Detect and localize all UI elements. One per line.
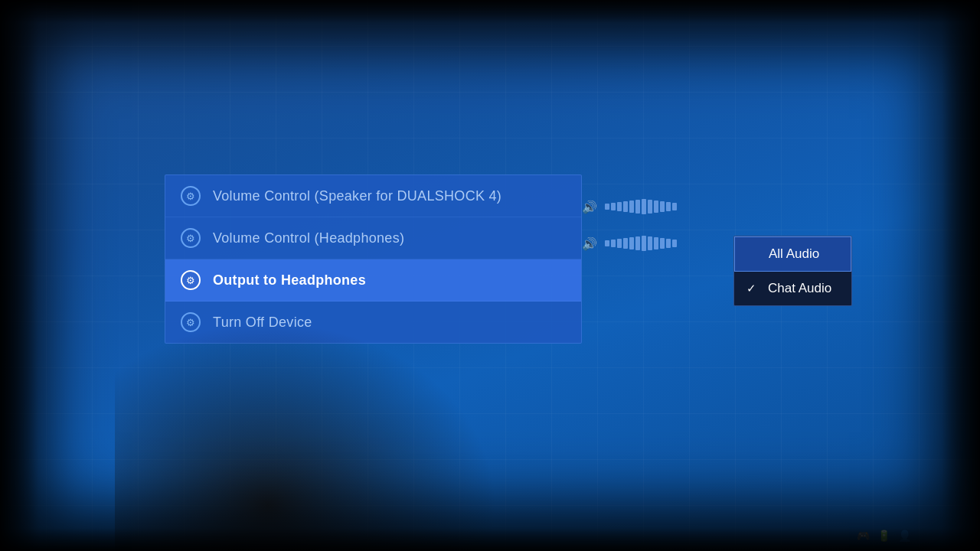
submenu-item-all-audio[interactable]: All Audio xyxy=(734,236,851,272)
vol-bar xyxy=(617,239,622,248)
speaker-icon-2: 🔊 xyxy=(582,236,597,251)
vol-bar xyxy=(672,203,677,210)
vol-bar xyxy=(666,239,671,248)
vol-bar xyxy=(605,240,609,246)
speaker-icon-1: 🔊 xyxy=(582,200,597,214)
user-icon: 👤 xyxy=(898,530,911,542)
vol-bar xyxy=(629,237,634,249)
submenu-item-chat-audio[interactable]: ✓ Chat Audio xyxy=(734,272,851,305)
vol-bar xyxy=(660,238,665,249)
wrench-icon-3: ⚙ xyxy=(181,270,201,290)
vol-bar xyxy=(635,236,640,250)
menu-item-volume-headphones[interactable]: ⚙ Volume Control (Headphones) xyxy=(165,217,581,259)
vol-bar xyxy=(642,199,646,214)
chat-audio-label: Chat Audio xyxy=(768,281,831,296)
wrench-icon-4: ⚙ xyxy=(181,312,201,332)
vol-bar xyxy=(654,201,658,213)
vol-bar xyxy=(654,237,658,249)
vol-bar xyxy=(672,240,677,247)
all-audio-label: All Audio xyxy=(769,246,819,262)
volume-speaker-label: Volume Control (Speaker for DUALSHOCK 4) xyxy=(213,188,501,204)
speaker-volume-row[interactable]: 🔊 xyxy=(582,199,677,214)
status-bar: 🎮 🔋 👤 xyxy=(0,530,980,542)
vol-bar xyxy=(605,204,609,210)
output-headphones-label: Output to Headphones xyxy=(213,272,366,289)
vol-bar xyxy=(635,200,640,214)
menu-item-volume-speaker[interactable]: ⚙ Volume Control (Speaker for DUALSHOCK … xyxy=(165,175,581,217)
vol-bar xyxy=(642,236,646,251)
menu-item-output-headphones[interactable]: ⚙ Output to Headphones xyxy=(165,259,581,302)
battery-icon: 🔋 xyxy=(877,530,890,542)
vol-bar xyxy=(617,202,622,211)
turn-off-label: Turn Off Device xyxy=(213,315,312,331)
vol-bar xyxy=(611,203,616,210)
check-placeholder xyxy=(747,248,761,261)
volume-controls-area: 🔊 🔊 xyxy=(582,199,677,251)
vol-bar xyxy=(629,201,634,213)
vol-bar xyxy=(660,201,665,212)
wrench-icon-1: ⚙ xyxy=(181,186,201,206)
vol-bar xyxy=(666,202,671,211)
output-type-submenu: All Audio ✓ Chat Audio xyxy=(733,236,852,306)
speaker-volume-bars xyxy=(605,199,677,214)
vol-bar xyxy=(648,236,652,250)
headphone-volume-row[interactable]: 🔊 xyxy=(582,236,677,251)
vol-bar xyxy=(623,201,628,212)
vol-bar xyxy=(648,200,652,214)
settings-menu-panel: ⚙ Volume Control (Speaker for DUALSHOCK … xyxy=(165,174,582,344)
check-icon: ✓ xyxy=(746,282,760,295)
vol-bar xyxy=(623,238,628,249)
wrench-icon-2: ⚙ xyxy=(181,228,201,248)
menu-item-turn-off[interactable]: ⚙ Turn Off Device xyxy=(165,302,581,343)
headphone-volume-bars xyxy=(605,236,677,251)
controller-icon: 🎮 xyxy=(857,530,870,542)
vol-bar xyxy=(611,240,616,247)
volume-headphones-label: Volume Control (Headphones) xyxy=(213,230,404,246)
